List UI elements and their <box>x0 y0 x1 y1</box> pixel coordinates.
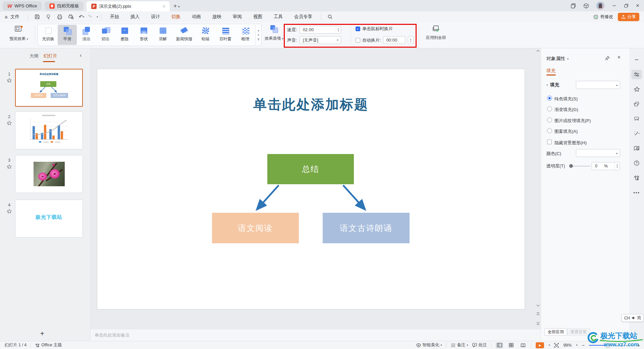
undo-chevron[interactable]: ▾ <box>83 15 84 18</box>
auto-advance-spinner[interactable]: ▲▼ <box>408 36 414 44</box>
slideshow-play-button[interactable]: ▶ <box>536 342 544 348</box>
transition-none[interactable]: 无切换 <box>39 25 58 45</box>
slide-sorter-view-button[interactable] <box>507 342 515 348</box>
org-left-box[interactable]: 语文阅读 <box>212 213 299 243</box>
gallery-scroll-down-icon[interactable]: ▾ <box>258 34 259 37</box>
minimize-button[interactable] <box>612 3 616 8</box>
menu-review[interactable]: 审阅 <box>233 14 242 20</box>
slide-thumbnail-4[interactable]: 极光下载站 <box>15 200 83 238</box>
panel-title[interactable]: 对象属性▾ <box>546 56 569 62</box>
radio-picture-fill[interactable] <box>547 117 552 122</box>
search-icon[interactable] <box>327 14 333 19</box>
radio-pattern-fill[interactable] <box>547 128 552 133</box>
apply-to-all-button[interactable]: 应用到全部 <box>422 25 450 41</box>
tab-slides[interactable]: 幻灯片 <box>44 53 57 59</box>
print-icon[interactable] <box>57 14 62 19</box>
next-slide-icon[interactable] <box>536 321 540 325</box>
radio-solid-fill[interactable] <box>547 96 552 101</box>
add-slide-button[interactable]: + <box>40 330 44 338</box>
redo-icon[interactable]: ↷ <box>88 14 92 20</box>
export-pdf-icon[interactable] <box>46 14 51 19</box>
sound-dropdown[interactable]: [无声音] ▾ <box>300 36 341 44</box>
texture-brush-icon[interactable] <box>631 114 642 123</box>
slide-animation-star-icon[interactable] <box>7 164 12 169</box>
scroll-up-icon[interactable] <box>536 50 540 52</box>
reading-view-button[interactable] <box>519 342 527 348</box>
play-options-chevron[interactable]: ▾ <box>548 344 550 347</box>
zoom-percentage[interactable]: 99% <box>563 343 572 348</box>
menu-animation[interactable]: 动画 <box>192 14 201 20</box>
transition-fade[interactable]: 淡出 <box>77 25 96 45</box>
transition-morph-selected[interactable]: 平滑 <box>58 25 77 45</box>
transition-newsflash[interactable]: 新闻快报 <box>172 25 196 45</box>
slide-title-placeholder[interactable]: 单击此处添加标题 <box>97 95 525 114</box>
apply-all-background-button[interactable]: 全部应用 <box>544 328 567 336</box>
menu-file[interactable]: 文件 <box>10 14 19 20</box>
gallery-scroll-up-icon[interactable]: ▴ <box>258 29 259 32</box>
save-icon[interactable] <box>35 14 40 19</box>
color-dropdown[interactable]: ▾ <box>576 149 620 157</box>
normal-view-button[interactable] <box>496 342 503 348</box>
menu-member[interactable]: 会员专享 <box>294 14 312 20</box>
org-right-box[interactable]: 语文古诗朗诵 <box>323 213 410 243</box>
menu-view[interactable]: 视图 <box>253 14 262 20</box>
tab-docer-templates[interactable]: 找稻壳模板 <box>45 1 84 10</box>
object-properties-icon[interactable] <box>631 70 642 79</box>
menu-design[interactable]: 设计 <box>151 14 160 20</box>
transparency-slider-knob[interactable] <box>569 164 573 168</box>
preview-effect-button[interactable]: 预览效果 ▾ <box>5 25 33 42</box>
hamburger-menu-icon[interactable]: ≡ <box>5 14 8 20</box>
tab-outline[interactable]: 大纲 <box>30 53 39 59</box>
tab-list-chevron[interactable]: ▾ <box>178 5 180 8</box>
tab-wps-home[interactable]: W WPS Office <box>3 1 42 10</box>
fit-screen-icon[interactable] <box>554 343 559 348</box>
collapse-panel-icon[interactable]: ‹ <box>80 52 82 58</box>
effects-star-icon[interactable] <box>631 85 642 94</box>
print-preview-icon[interactable] <box>68 14 74 19</box>
transparency-spinner[interactable]: ▲▼ <box>614 162 620 170</box>
close-button[interactable]: × <box>636 2 639 9</box>
user-avatar[interactable] <box>596 2 604 10</box>
mouse-click-checkbox[interactable]: ✓ <box>356 27 360 31</box>
auto-advance-time-input[interactable]: 00:00 <box>383 36 405 44</box>
tab-document[interactable]: P 演示文稿(2).pptx <box>87 1 170 11</box>
toolbar-more-chevron[interactable]: ▾ <box>97 15 98 18</box>
speed-spinner[interactable]: ▲▼ <box>336 26 341 33</box>
help-icon[interactable] <box>631 158 642 168</box>
skin-theme-icon[interactable] <box>631 173 642 183</box>
transition-dissolve[interactable]: 溶解 <box>153 25 172 45</box>
menu-tools[interactable]: 工具 <box>274 14 283 20</box>
panel-close-icon[interactable]: × <box>618 54 621 60</box>
shape-swap-icon[interactable] <box>631 99 642 109</box>
slide-animation-star-icon[interactable] <box>7 120 12 126</box>
fill-tab[interactable]: 填充 <box>546 68 555 74</box>
undo-icon[interactable]: ↶ <box>79 14 83 20</box>
transition-shape[interactable]: 形状 <box>134 25 153 45</box>
scroll-down-icon[interactable] <box>536 304 540 307</box>
menu-home[interactable]: 开始 <box>110 14 119 20</box>
menu-slideshow[interactable]: 放映 <box>212 14 221 20</box>
slide-animation-star-icon[interactable] <box>7 78 12 83</box>
slide-thumbnail-3[interactable] <box>15 155 83 193</box>
transparency-value-input[interactable]: 0 % ▲▼ <box>592 162 620 170</box>
slide-editor[interactable]: 单击此处添加标题 总结 语文阅读 语文古诗朗诵 <box>97 69 525 309</box>
smart-beautify-button[interactable]: 智能美化▾ <box>416 342 442 348</box>
modified-status[interactable]: 有修改 <box>593 14 613 20</box>
slide-thumbnail-2[interactable] <box>15 111 83 149</box>
restore-button[interactable] <box>624 3 629 8</box>
comments-button[interactable]: 批注 <box>472 342 487 348</box>
pin-icon[interactable] <box>605 56 610 61</box>
org-root-box[interactable]: 总结 <box>267 154 354 184</box>
fill-style-dropdown[interactable]: ▾ <box>576 81 620 89</box>
fill-section-header[interactable]: ▾填充 <box>546 82 559 88</box>
slide-thumbnail-1[interactable]: 单击此处添加标题 总结 语文阅读 语文古诗朗诵 <box>15 69 83 107</box>
app-center-icon[interactable] <box>583 3 589 9</box>
effect-options-button[interactable]: 效果选项 ▾ <box>264 25 284 41</box>
radio-gradient-fill[interactable] <box>547 106 552 111</box>
menu-transitions[interactable]: 切换 <box>171 14 180 20</box>
zoom-out-button[interactable]: − <box>582 342 585 348</box>
transparency-slider-track[interactable] <box>573 166 590 166</box>
transition-wipe[interactable]: 擦除 <box>115 25 134 45</box>
new-tab-button[interactable]: + <box>173 3 177 9</box>
previous-slide-icon[interactable] <box>536 312 540 316</box>
